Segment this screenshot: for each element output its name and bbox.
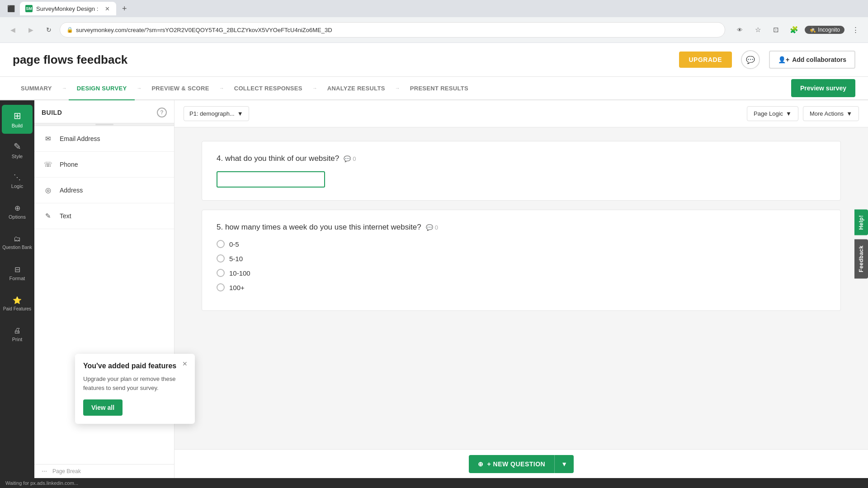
arrow-icon-1: → [62,85,67,91]
chevron-down-icon: ▼ [237,110,243,117]
tab-preview-score[interactable]: PREVIEW & SCORE [143,77,217,101]
question-4-comment-count: 💬 0 [344,155,356,162]
build-item-email-address[interactable]: ✉ Email Address [34,126,174,152]
more-actions-button[interactable]: More Actions ▼ [803,106,859,121]
extensions-icon[interactable]: 🧩 [787,23,801,37]
preview-survey-button[interactable]: Preview survey [791,79,855,97]
paid-features-popup: ✕ You've added paid features Upgrade you… [75,354,195,424]
toolbar-right: Page Logic ▼ More Actions ▼ [747,106,859,121]
nav-tabs-left: SUMMARY → DESIGN SURVEY → PREVIEW & SCOR… [13,76,476,100]
new-tab-button[interactable]: + [118,2,131,15]
question-block-4: 4. what do you think of our website? 💬 0 [202,141,841,201]
build-header: BUILD ? [34,100,174,123]
new-question-button[interactable]: ⊕ + NEW QUESTION [469,455,554,473]
comments-icon-button[interactable]: 💬 [741,50,760,69]
browser-titlebar: ⬛ SM SurveyMonkey Design : ✕ + [0,0,868,17]
radio-button-10-100[interactable] [217,269,225,277]
radio-option-10-100[interactable]: 10-100 [217,269,826,277]
browser-window-controls[interactable]: ⬛ [4,1,18,16]
page-break-icon: ⋯ [42,468,47,474]
tab-design-survey[interactable]: DESIGN SURVEY [69,77,135,101]
tab-analyze-results[interactable]: ANALYZE RESULTS [319,77,393,101]
radio-button-0-5[interactable] [217,240,225,248]
sidebar-label-paid-features: Paid Features [3,306,31,311]
sidebar-item-logic[interactable]: ⋱ Logic [2,166,33,195]
comment-icon-q5: 💬 [426,224,433,231]
question-block-5: 5. how many times a week do you use this… [202,210,841,311]
lock-icon: 🔒 [66,27,73,33]
page-logic-dropdown-icon: ▼ [786,110,792,117]
page-dropdown[interactable]: P1: demograph... ▼ [184,106,249,121]
sidebar-item-format[interactable]: ⊟ Format [2,258,33,287]
page-logic-button[interactable]: Page Logic ▼ [747,106,798,121]
sidebar-item-print[interactable]: 🖨 Print [2,320,33,349]
sidebar-label-style: Style [12,154,23,159]
radio-label-10-100: 10-100 [229,269,250,277]
page-logic-label: Page Logic [754,110,783,117]
tab-summary[interactable]: SUMMARY [13,77,60,101]
content-area: P1: demograph... ▼ Page Logic ▼ More Act… [175,100,868,478]
radio-button-5-10[interactable] [217,254,225,263]
sidebar-label-question-bank: Question Bank [2,245,32,250]
browser-tab[interactable]: SM SurveyMonkey Design : ✕ [20,2,116,15]
build-title: BUILD [42,109,62,116]
radio-label-100-plus: 100+ [229,284,245,291]
tab-present-results[interactable]: PRESENT RESULTS [402,77,476,101]
back-button[interactable]: ◀ [5,23,20,37]
address-icon: ◎ [42,184,54,197]
tab-collect-responses[interactable]: COLLECT RESPONSES [226,77,311,101]
person-add-icon: 👤+ [778,56,789,63]
page-break-item[interactable]: ⋯ Page Break [34,464,174,478]
refresh-button[interactable]: ↻ [42,23,56,37]
sidebar-label-build: Build [12,123,23,128]
question-bank-icon: 🗂 [14,235,21,243]
sidebar-item-style[interactable]: ✎ Style [2,136,33,164]
extension-icon[interactable]: 👁 [732,23,747,37]
tab-close-icon[interactable]: ✕ [104,5,111,12]
page-dropdown-label: P1: demograph... [189,110,235,117]
sidebar-item-options[interactable]: ⊕ Options [2,197,33,226]
url-text: surveymonkey.com/create/?sm=rsYO2R2V0EQO… [76,27,332,33]
sidebar-item-paid-features[interactable]: ⭐ Paid Features [2,289,33,318]
options-icon: ⊕ [14,204,20,212]
sidebar: ⊞ Build ✎ Style ⋱ Logic ⊕ Options 🗂 Ques… [0,100,34,478]
build-help-icon[interactable]: ? [157,108,167,117]
sidebar-label-print: Print [12,337,23,342]
main-layout: ⊞ Build ✎ Style ⋱ Logic ⊕ Options 🗂 Ques… [0,100,868,478]
more-actions-label: More Actions [810,110,844,117]
bookmark-icon[interactable]: ☆ [750,23,765,37]
radio-option-5-10[interactable]: 5-10 [217,254,826,263]
survey-scroll-area: 4. what do you think of our website? 💬 0… [175,127,868,449]
incognito-badge: 🕵 Incognito [805,26,844,34]
build-item-address[interactable]: ◎ Address [34,178,174,203]
view-all-button[interactable]: View all [83,399,123,416]
forward-button[interactable]: ▶ [24,23,38,37]
radio-option-100-plus[interactable]: 100+ [217,283,826,291]
browser-chrome: ⬛ SM SurveyMonkey Design : ✕ + ◀ ▶ ↻ 🔒 s… [0,0,868,43]
sidebar-item-build[interactable]: ⊞ Build [2,105,33,134]
address-label: Address [60,187,83,194]
feedback-tab-button[interactable]: Feedback [854,239,868,278]
question-4-input[interactable] [217,171,325,188]
popup-close-button[interactable]: ✕ [180,359,189,368]
build-icon: ⊞ [14,110,21,121]
sidebar-label-options: Options [9,214,26,220]
right-panel: Help! Feedback [854,210,868,278]
upgrade-button[interactable]: UPGRADE [679,52,732,68]
radio-option-0-5[interactable]: 0-5 [217,240,826,248]
radio-button-100-plus[interactable] [217,283,225,291]
add-collaborators-button[interactable]: 👤+ Add collaborators [769,51,855,69]
status-text: Waiting for px.ads.linkedin.com... [5,480,78,486]
address-bar[interactable]: 🔒 surveymonkey.com/create/?sm=rsYO2R2V0E… [60,22,725,38]
more-actions-dropdown-icon: ▼ [846,110,852,117]
browser-menu-icon[interactable]: ⋮ [848,23,863,37]
help-tab-button[interactable]: Help! [854,210,868,235]
browser-profile-icon[interactable]: ⊡ [769,23,783,37]
sidebar-item-question-bank[interactable]: 🗂 Question Bank [2,228,33,257]
sidebar-label-format: Format [9,276,25,281]
comment-icon-q4: 💬 [344,155,351,162]
build-item-phone[interactable]: ☏ Phone [34,152,174,178]
browser-nav-icons: 👁 ☆ ⊡ 🧩 🕵 Incognito ⋮ [732,23,863,37]
build-item-text[interactable]: ✎ Text [34,203,174,229]
new-question-dropdown-button[interactable]: ▼ [554,455,574,473]
